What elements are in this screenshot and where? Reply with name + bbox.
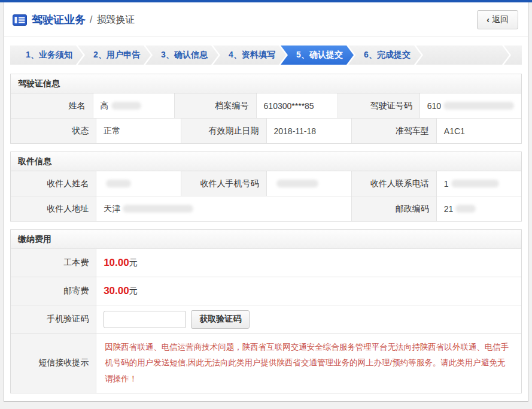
- production-fee-label: 工本费: [11, 249, 96, 277]
- pickup-row-2: 收件人地址 天津 邮政编码 21: [11, 196, 521, 221]
- vehicle-class-value: A1C1: [436, 119, 521, 143]
- pickup-row-1: 收件人姓名 收件人手机号码 收件人联系电话 1: [11, 171, 521, 196]
- postal-code-label: 邮政编码: [351, 196, 436, 221]
- file-number-label: 档案编号: [174, 93, 256, 118]
- fee-row-cost: 工本费 10.00元: [11, 249, 521, 277]
- section-pickup-title: 取件信息: [11, 152, 521, 171]
- vehicle-class-label: 准驾车型: [351, 119, 436, 143]
- expiry-date-value: 2018-11-18: [266, 119, 351, 143]
- sms-notice-cell: 因陕西省联通、电信运营商技术问题，陕西省互联网交通安全综合服务管理平台无法向持陕…: [96, 334, 521, 393]
- step-1-business-notice[interactable]: 1、业务须知: [10, 46, 83, 65]
- recipient-address-value: 天津: [96, 196, 351, 221]
- license-number-label: 驾驶证号码: [338, 93, 419, 118]
- step-2-user-declaration[interactable]: 2、用户申告: [78, 46, 151, 65]
- name-label: 姓名: [11, 93, 93, 118]
- page-container: 驾驶证业务 / 损毁换证 ‹ 返回 1、业务须知 2、用户申告 3、确认信息 4…: [4, 2, 528, 402]
- recipient-mobile-label: 收件人手机号码: [181, 171, 266, 196]
- sms-code-label: 手机验证码: [11, 305, 96, 333]
- page-title: 驾驶证业务: [32, 13, 86, 27]
- file-number-value: 610300****85: [256, 93, 338, 118]
- page-header: 驾驶证业务 / 损毁换证 ‹ 返回: [4, 2, 528, 37]
- recipient-name-redaction: [106, 180, 131, 187]
- chevron-left-icon: ‹: [487, 15, 490, 25]
- section-license-title: 驾驶证信息: [11, 74, 521, 93]
- fee-row-sms-code: 手机验证码 获取验证码: [11, 305, 521, 333]
- license-row-1: 姓名 高 档案编号 610300****85 驾驶证号码 610: [11, 93, 521, 118]
- recipient-phone-value: 1: [436, 171, 521, 196]
- recipient-mobile-redaction: [276, 180, 318, 187]
- sms-notice-text: 因陕西省联通、电信运营商技术问题，陕西省互联网交通安全综合服务管理平台无法向持陕…: [105, 340, 513, 387]
- status-label: 状态: [11, 119, 96, 143]
- sms-code-input[interactable]: [104, 311, 186, 328]
- recipient-address-label: 收件人地址: [11, 196, 96, 221]
- production-fee-value: 10.00元: [96, 249, 521, 277]
- mailing-fee-value: 30.00元: [96, 277, 521, 305]
- mailing-fee-label: 邮寄费: [11, 277, 96, 305]
- footer-actions: 上一步 完成: [4, 401, 528, 409]
- license-number-redaction: [443, 102, 514, 110]
- section-fees: 缴纳费用 工本费 10.00元 邮寄费 30.00元 手机验证码 获取验证码 短…: [10, 229, 522, 393]
- section-license-info: 驾驶证信息 姓名 高 档案编号 610300****85 驾驶证号码 610 状…: [10, 74, 522, 144]
- section-fees-title: 缴纳费用: [11, 230, 521, 249]
- name-redaction: [111, 102, 141, 110]
- postal-code-redaction: [455, 205, 476, 213]
- status-value: 正常: [96, 119, 181, 143]
- expiry-date-label: 有效期止日期: [181, 119, 266, 143]
- recipient-phone-redaction: [451, 180, 499, 187]
- breadcrumb-current: 损毁换证: [96, 14, 135, 26]
- license-row-2: 状态 正常 有效期止日期 2018-11-18 准驾车型 A1C1: [11, 118, 521, 143]
- get-sms-code-button[interactable]: 获取验证码: [191, 310, 250, 329]
- recipient-name-label: 收件人姓名: [11, 171, 96, 196]
- license-card-icon: [13, 14, 27, 26]
- step-5-confirm-submit[interactable]: 5、确认提交: [281, 46, 354, 65]
- recipient-phone-label: 收件人联系电话: [351, 171, 436, 196]
- recipient-address-redaction: [123, 205, 193, 213]
- step-track-filler: [416, 46, 509, 65]
- sms-code-field: 获取验证码: [96, 305, 521, 333]
- step-wizard: 1、业务须知 2、用户申告 3、确认信息 4、资料填写 5、确认提交 6、完成提…: [10, 46, 522, 65]
- breadcrumb-separator: /: [90, 14, 92, 25]
- license-number-value: 610: [419, 93, 521, 118]
- recipient-mobile-value: [266, 171, 351, 196]
- postal-code-value: 21: [436, 196, 521, 221]
- back-button-label: 返回: [492, 14, 509, 25]
- sms-notice-label: 短信接收提示: [11, 334, 96, 393]
- fee-row-mail: 邮寄费 30.00元: [11, 277, 521, 305]
- step-4-fill-data[interactable]: 4、资料填写: [213, 46, 286, 65]
- section-pickup-info: 取件信息 收件人姓名 收件人手机号码 收件人联系电话 1 收件人地址 天津 邮政…: [10, 152, 522, 222]
- back-button[interactable]: ‹ 返回: [477, 10, 518, 29]
- step-3-confirm-info[interactable]: 3、确认信息: [145, 46, 218, 65]
- name-value: 高: [93, 93, 175, 118]
- fee-row-sms-notice: 短信接收提示 因陕西省联通、电信运营商技术问题，陕西省互联网交通安全综合服务管理…: [11, 333, 521, 393]
- recipient-name-value: [96, 171, 181, 196]
- step-6-complete-submit[interactable]: 6、完成提交: [348, 46, 421, 65]
